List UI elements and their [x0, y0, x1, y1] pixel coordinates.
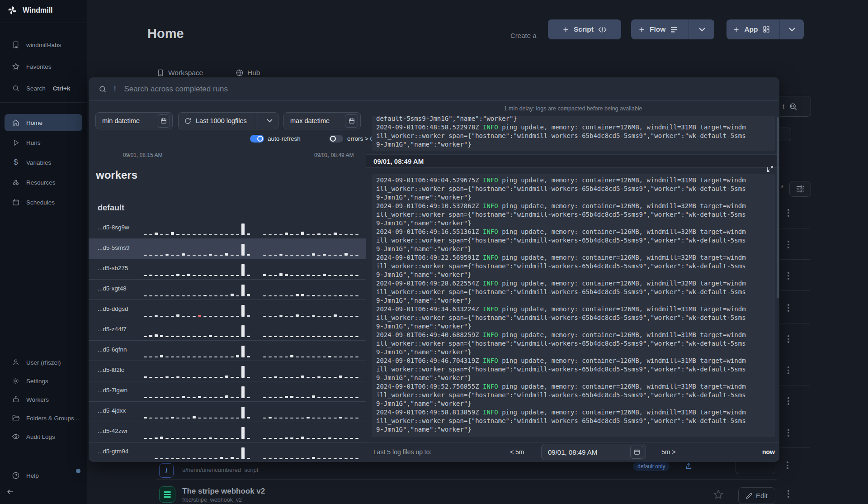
log-level: INFO: [483, 228, 498, 235]
worker-row[interactable]: ...d5-ddgsd: [89, 300, 366, 320]
sidebar-item-folders-groups[interactable]: Folders & Groups...: [5, 409, 82, 427]
log-level: INFO: [483, 305, 498, 313]
log-entry: 2024-09-01T06:49:46.704319Z INFO ping up…: [376, 357, 748, 382]
create-flow-main[interactable]: Flow: [631, 25, 685, 33]
sidebar-item-user[interactable]: User (rfiszel): [5, 354, 82, 371]
calendar-icon: [157, 114, 170, 128]
range-end: 09/01, 08:49 AM: [314, 152, 354, 158]
page-title: Home: [147, 26, 184, 41]
sidebar: Windmill windmill-labs Favorites Search …: [0, 0, 87, 504]
sidebar-item-workers[interactable]: Workers: [5, 391, 82, 408]
filter-settings-button[interactable]: [789, 181, 811, 197]
search-prefix: !: [114, 85, 116, 93]
sidebar-item-audit-logs[interactable]: Audit Logs: [5, 428, 82, 445]
sidebar-item-workspace[interactable]: windmill-labs: [5, 36, 82, 53]
deploy-badge: default only: [633, 462, 670, 471]
worker-row[interactable]: ...d5-42zwr: [89, 422, 366, 442]
create-app-main[interactable]: App: [726, 25, 776, 33]
tab-hub[interactable]: Hub: [236, 69, 260, 77]
row-menu-icon[interactable]: [785, 335, 792, 343]
max-datetime-picker[interactable]: max datetime: [283, 112, 361, 129]
help-icon: [12, 472, 20, 479]
log-entry: 2024-09-01T06:49:04.529675Z INFO ping up…: [376, 176, 748, 202]
log-level: INFO: [483, 124, 498, 131]
worker-row[interactable]: ...d5-7lgwn: [89, 381, 366, 402]
nodes-icon: [12, 179, 20, 186]
row-menu-icon[interactable]: [785, 490, 792, 498]
refresh-icon: [184, 118, 191, 124]
app-dropdown-button[interactable]: [781, 28, 804, 32]
worker-sparkline: [144, 304, 359, 317]
sidebar-item-schedules[interactable]: Schedules: [5, 194, 82, 211]
create-app-button[interactable]: App: [726, 19, 804, 39]
worker-name: ...d5-5sms9: [98, 244, 130, 251]
log-scrollbar[interactable]: [777, 117, 779, 298]
log-block-previous: default-5sms9-Jmn1G","name":"worker"}202…: [372, 116, 775, 151]
worker-name: ...d5-42zwr: [98, 428, 128, 434]
sidebar-item-favorites[interactable]: Favorites: [5, 58, 82, 75]
edit-button[interactable]: Edit: [738, 487, 775, 504]
code-search-icon: [789, 102, 797, 111]
log-level: INFO: [483, 280, 498, 287]
create-flow-button[interactable]: Flow: [631, 19, 714, 39]
row-menu-icon[interactable]: [785, 397, 792, 405]
tab-workspace[interactable]: Workspace: [157, 69, 203, 77]
sidebar-item-help[interactable]: Help: [5, 467, 82, 484]
search-input[interactable]: [123, 84, 532, 94]
expand-icon[interactable]: [767, 166, 774, 172]
row-menu-icon[interactable]: [785, 241, 792, 248]
logfiles-select[interactable]: Last 1000 logfiles: [178, 112, 278, 129]
worker-row[interactable]: ...d5-xgt48: [89, 280, 366, 300]
worker-row[interactable]: ...d5-sb275: [89, 259, 366, 280]
worker-row[interactable]: ...d5-6qfnn: [89, 341, 366, 361]
sidebar-item-runs[interactable]: Runs: [5, 134, 82, 151]
worker-row[interactable]: ...d5-z44f7: [89, 320, 366, 341]
log-level: INFO: [483, 357, 498, 364]
code-search-chip[interactable]: t: [777, 96, 811, 117]
row-divider: [156, 479, 777, 480]
sidebar-item-search[interactable]: Search Ctrl+k: [5, 80, 82, 97]
pinwheel-icon: [7, 5, 17, 15]
chevron-down-icon: [789, 28, 795, 32]
create-script-button[interactable]: Script: [548, 19, 621, 39]
worker-sparkline: [144, 406, 359, 418]
plus-icon: [638, 26, 645, 33]
log-block-current: 2024-09-01T06:49:04.529675Z INFO ping up…: [372, 174, 775, 437]
log-datetime-picker[interactable]: 09/01, 08:49 AM: [541, 444, 646, 460]
gear-icon: [12, 377, 20, 385]
row-menu-icon[interactable]: [785, 209, 792, 217]
worker-row[interactable]: ...d5-l82lc: [89, 361, 366, 381]
log-entry: 2024-09-01T06:49:28.622554Z INFO ping up…: [376, 279, 748, 305]
sidebar-item-settings[interactable]: Settings: [5, 372, 82, 390]
robot-icon: [12, 396, 20, 403]
worker-row[interactable]: ...d5-4jdxx: [89, 402, 366, 422]
flow-icon: [159, 486, 175, 503]
row-menu-icon[interactable]: [785, 304, 792, 312]
sidebar-item-variables[interactable]: $ Variables: [5, 154, 82, 171]
sliders-icon: [796, 185, 805, 193]
row-menu-icon[interactable]: [784, 461, 791, 469]
row-menu-icon[interactable]: [785, 366, 792, 374]
worker-sparkline: [144, 345, 359, 357]
min-datetime-picker[interactable]: min datetime: [95, 112, 173, 129]
worker-row[interactable]: ...d5-gtm94: [89, 442, 366, 462]
forward-5m-button[interactable]: 5m >: [661, 448, 676, 456]
errors-toggle[interactable]: [329, 135, 343, 143]
worker-row[interactable]: ...d5-8sg9w: [89, 219, 366, 239]
sidebar-item-home[interactable]: Home: [5, 114, 82, 131]
now-button[interactable]: now: [762, 448, 775, 456]
worker-sparkline: [144, 223, 359, 235]
worker-row[interactable]: ...d5-5sms9: [89, 239, 366, 259]
auto-refresh-toggle[interactable]: [250, 135, 264, 143]
sidebar-item-resources[interactable]: Resources: [5, 174, 82, 191]
flow-dropdown-button[interactable]: [689, 28, 714, 32]
collapse-sidebar-icon[interactable]: [6, 488, 14, 496]
windmill-logo[interactable]: Windmill: [7, 5, 53, 15]
back-5m-button[interactable]: < 5m: [510, 448, 524, 456]
favorite-star-icon[interactable]: [713, 490, 723, 499]
worker-sparkline: [144, 263, 359, 276]
row-menu-icon[interactable]: [785, 272, 792, 280]
log-panel: 1 min delay: logs are compacted before b…: [366, 101, 779, 462]
row-menu-icon[interactable]: [785, 429, 792, 437]
log-entry: 2024-09-01T06:49:16.551361Z INFO ping up…: [376, 228, 748, 253]
